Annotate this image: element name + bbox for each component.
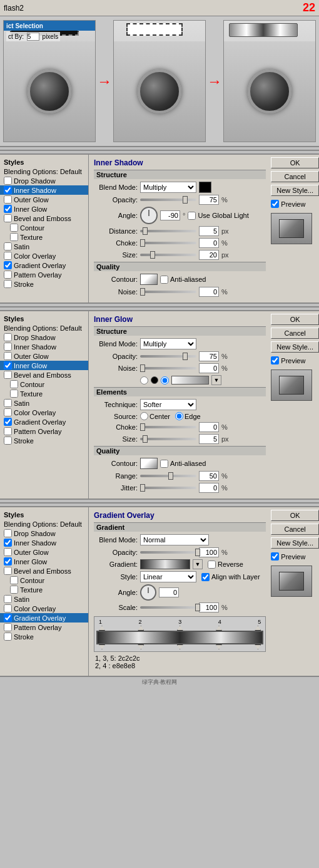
style-texture-1[interactable]: Texture [0,232,88,242]
stroke-check-2[interactable] [4,437,12,445]
stop-marker-top-4[interactable] [216,626,222,631]
distance-input-1[interactable] [199,226,219,236]
style-stroke-2[interactable]: Stroke [0,436,88,445]
angle-dial-1[interactable] [140,207,158,224]
style-texture-3[interactable]: Texture [0,585,88,594]
satin-check-2[interactable] [4,399,12,407]
style-drop-shadow-1[interactable]: Drop Shadow [0,176,88,185]
inner-shadow-check-1[interactable] [4,186,12,194]
blend-mode-select-2[interactable]: Multiply [140,338,196,349]
reverse-check[interactable] [208,561,216,569]
distance-slider-1[interactable] [140,230,196,232]
satin-check-3[interactable] [4,595,12,603]
stop-marker-top-2[interactable] [138,626,144,631]
angle-dial-3[interactable] [140,584,156,601]
style-inner-shadow-1[interactable]: Inner Shadow [0,185,88,195]
choke-input-1[interactable] [199,238,219,248]
range-slider-2[interactable] [140,475,196,477]
drop-shadow-check-1[interactable] [4,177,12,185]
style-color-overlay-2[interactable]: Color Overlay [0,408,88,417]
preview-row-2[interactable]: Preview [271,356,319,364]
style-outer-glow-1[interactable]: Outer Glow [0,195,88,204]
size-input-1[interactable] [199,250,219,260]
choke-input-2[interactable] [199,422,219,432]
choke-slider-2[interactable] [140,426,196,428]
source-center-2[interactable]: Center [140,412,170,420]
color-overlay-check-2[interactable] [4,408,12,416]
style-pattern-overlay-1[interactable]: Pattern Overlay [0,270,88,279]
style-bevel-emboss-3[interactable]: Bevel and Emboss [0,566,88,576]
scale-input-3[interactable] [199,602,219,612]
style-outer-glow-3[interactable]: Outer Glow [0,547,88,557]
preview-check-1[interactable] [271,200,279,208]
blend-mode-select-3[interactable]: Normal [140,534,209,545]
style-texture-2[interactable]: Texture [0,389,88,398]
glow-gradient-radio-2[interactable] [161,376,169,385]
style-contour-2[interactable]: Contour [0,380,88,389]
style-stroke-1[interactable]: Stroke [0,279,88,289]
texture-check-2[interactable] [10,390,18,398]
opacity-slider-2[interactable] [140,355,196,358]
source-edge-2[interactable]: Edge [175,412,201,420]
texture-check-3[interactable] [10,586,18,594]
cancel-button-1[interactable]: Cancel [271,171,319,182]
angle-input-1[interactable] [160,210,180,220]
stroke-check-1[interactable] [4,280,12,288]
noise-slider-1[interactable] [140,291,196,293]
jitter-slider-2[interactable] [140,487,196,489]
inner-shadow-check-2[interactable] [4,343,12,351]
pattern-overlay-check-2[interactable] [4,427,12,435]
blending-options-1[interactable]: Blending Options: Default [0,167,88,176]
style-inner-glow-2[interactable]: Inner Glow [0,361,88,370]
texture-check-1[interactable] [10,233,18,241]
contour-check-3[interactable] [10,576,18,584]
outer-glow-check-1[interactable] [4,195,12,204]
new-style-button-2[interactable]: New Style... [271,341,319,353]
style-satin-1[interactable]: Satin [0,242,88,251]
cancel-button-3[interactable]: Cancel [271,524,319,535]
bevel-emboss-check-1[interactable] [4,214,12,222]
scale-slider-3[interactable] [140,606,196,609]
anti-aliased-check-1[interactable] [160,276,168,284]
style-select-3[interactable]: Linear [140,571,196,582]
align-layer-row[interactable]: Align with Layer [201,573,260,581]
inner-glow-check-2[interactable] [4,361,12,369]
stop-marker-bot-4[interactable] [216,644,222,649]
style-gradient-overlay-2[interactable]: Gradient Overlay [0,417,88,426]
size-slider-2[interactable] [140,438,196,440]
contour-swatch-1[interactable] [140,274,158,285]
preview-check-2[interactable] [271,356,279,364]
glow-color-radio-2[interactable] [140,376,148,385]
style-pattern-overlay-2[interactable]: Pattern Overlay [0,426,88,436]
style-color-overlay-1[interactable]: Color Overlay [0,251,88,261]
bevel-emboss-check-3[interactable] [4,567,12,575]
color-overlay-check-3[interactable] [4,604,12,612]
source-edge-radio-2[interactable] [175,412,183,420]
stop-marker-bot-2[interactable] [138,644,144,649]
new-style-button-1[interactable]: New Style... [271,185,319,196]
style-inner-glow-3[interactable]: Inner Glow [0,557,88,566]
style-inner-glow-1[interactable]: Inner Glow [0,204,88,214]
inner-glow-check-1[interactable] [4,205,12,213]
technique-select-2[interactable]: Softer [140,399,196,410]
preview-row-1[interactable]: Preview [271,200,319,208]
preview-row-3[interactable]: Preview [271,552,319,561]
size-slider-1[interactable] [140,254,196,256]
gradient-overlay-check-3[interactable] [4,614,12,622]
style-gradient-overlay-3[interactable]: Gradient Overlay [0,613,88,623]
blending-options-2[interactable]: Blending Options: Default [0,324,88,333]
style-bevel-emboss-1[interactable]: Bevel and Emboss [0,214,88,223]
style-inner-shadow-2[interactable]: Inner Shadow [0,342,88,351]
stop-marker-bot-3[interactable] [177,644,183,649]
noise-input-1[interactable] [199,287,219,297]
outer-glow-check-2[interactable] [4,352,12,360]
style-stroke-3[interactable]: Stroke [0,632,88,641]
style-pattern-overlay-3[interactable]: Pattern Overlay [0,623,88,632]
gradient-preview-swatch[interactable] [140,559,190,569]
style-gradient-overlay-1[interactable]: Gradient Overlay [0,261,88,270]
noise-input-2[interactable] [199,363,219,373]
cancel-button-2[interactable]: Cancel [271,328,319,339]
stop-marker-top-1[interactable] [99,626,105,631]
style-drop-shadow-2[interactable]: Drop Shadow [0,333,88,342]
gradient-overlay-check-2[interactable] [4,418,12,426]
